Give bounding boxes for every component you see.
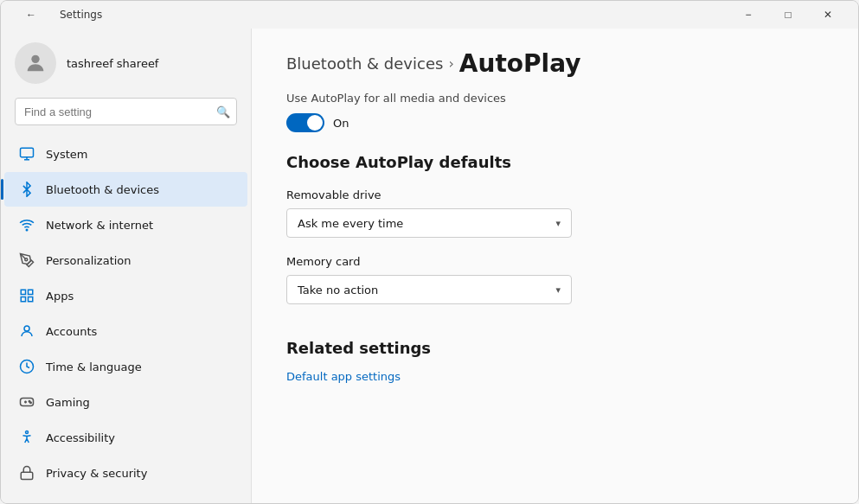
svg-rect-5 xyxy=(29,290,33,294)
privacy-icon xyxy=(18,464,35,482)
sidebar-item-time-label: Time & language xyxy=(46,360,142,373)
sidebar-item-personalization[interactable]: Personalization xyxy=(4,243,247,278)
user-section: tashreef shareef xyxy=(1,29,251,94)
sidebar-item-bluetooth-label: Bluetooth & devices xyxy=(46,183,159,196)
breadcrumb: Bluetooth & devices › AutoPlay xyxy=(286,49,824,78)
apps-icon xyxy=(18,287,35,304)
svg-rect-4 xyxy=(21,290,25,294)
clock-icon xyxy=(18,358,35,375)
sidebar-item-network-label: Network & internet xyxy=(46,219,153,232)
sidebar-nav: System Bluetooth & devices xyxy=(1,136,251,491)
breadcrumb-current: AutoPlay xyxy=(459,49,581,78)
accessibility-icon xyxy=(18,429,35,446)
sidebar-item-system-label: System xyxy=(46,148,87,161)
sidebar-item-accessibility-label: Accessibility xyxy=(46,431,115,444)
titlebar-title: Settings xyxy=(60,9,102,21)
sidebar-item-gaming-label: Gaming xyxy=(46,396,90,409)
monitor-icon xyxy=(18,145,35,163)
search-input[interactable] xyxy=(15,98,237,125)
sidebar-item-system[interactable]: System xyxy=(4,137,247,171)
sidebar-item-accessibility[interactable]: Accessibility xyxy=(4,420,247,455)
memory-card-group: Memory card Take no action ▾ xyxy=(286,255,824,304)
back-button[interactable]: ← xyxy=(11,1,51,29)
breadcrumb-parent[interactable]: Bluetooth & devices xyxy=(286,54,443,73)
sidebar-item-gaming[interactable]: Gaming xyxy=(4,385,247,419)
default-app-settings-link[interactable]: Default app settings xyxy=(286,370,401,383)
related-settings-heading: Related settings xyxy=(286,339,824,357)
close-button[interactable]: ✕ xyxy=(808,1,848,29)
memory-card-label: Memory card xyxy=(286,255,824,268)
maximize-button[interactable]: □ xyxy=(768,1,808,29)
main-content: Bluetooth & devices › AutoPlay Use AutoP… xyxy=(252,29,858,503)
svg-rect-14 xyxy=(21,472,33,479)
titlebar-left: ← Settings xyxy=(11,1,102,29)
breadcrumb-separator: › xyxy=(448,55,453,72)
removable-drive-dropdown[interactable]: Ask me every time ▾ xyxy=(286,208,572,238)
content-area: tashreef shareef 🔍 System xyxy=(1,29,858,503)
account-icon xyxy=(18,322,35,340)
sidebar-item-time[interactable]: Time & language xyxy=(4,349,247,384)
sidebar-item-privacy-label: Privacy & security xyxy=(46,467,147,480)
game-icon xyxy=(18,393,35,411)
sidebar-item-apps[interactable]: Apps xyxy=(4,278,247,313)
chevron-down-icon: ▾ xyxy=(555,218,561,229)
section-heading: Choose AutoPlay defaults xyxy=(286,153,824,171)
svg-rect-1 xyxy=(21,148,34,157)
related-settings-section: Related settings Default app settings xyxy=(286,339,824,384)
sidebar: tashreef shareef 🔍 System xyxy=(1,29,252,503)
minimize-button[interactable]: − xyxy=(728,1,768,29)
svg-point-3 xyxy=(25,258,28,261)
search-box: 🔍 xyxy=(15,98,237,125)
sidebar-item-bluetooth[interactable]: Bluetooth & devices xyxy=(4,172,247,207)
removable-drive-selected: Ask me every time xyxy=(298,217,403,230)
wifi-icon xyxy=(18,216,35,233)
svg-rect-6 xyxy=(21,297,25,302)
chevron-down-icon-2: ▾ xyxy=(555,284,561,296)
titlebar-controls: − □ ✕ xyxy=(728,1,848,29)
toggle-description: Use AutoPlay for all media and devices xyxy=(286,92,824,105)
toggle-label: On xyxy=(333,117,349,130)
settings-window: ← Settings − □ ✕ tashreef shareef xyxy=(0,0,859,504)
autoplay-toggle[interactable] xyxy=(286,113,324,132)
svg-point-13 xyxy=(26,431,29,434)
brush-icon xyxy=(18,252,35,269)
sidebar-item-personalization-label: Personalization xyxy=(46,254,131,267)
toggle-row: On xyxy=(286,113,824,132)
removable-drive-group: Removable drive Ask me every time ▾ xyxy=(286,188,824,238)
svg-point-0 xyxy=(31,55,39,63)
avatar xyxy=(15,42,56,84)
search-icon: 🔍 xyxy=(216,105,230,118)
bluetooth-icon xyxy=(18,181,35,198)
sidebar-item-network[interactable]: Network & internet xyxy=(4,207,247,242)
sidebar-item-accounts[interactable]: Accounts xyxy=(4,314,247,348)
sidebar-item-privacy[interactable]: Privacy & security xyxy=(4,456,247,490)
sidebar-item-apps-label: Apps xyxy=(46,290,74,303)
svg-rect-7 xyxy=(29,297,33,302)
memory-card-dropdown[interactable]: Take no action ▾ xyxy=(286,275,572,304)
svg-point-8 xyxy=(24,326,29,331)
sidebar-item-accounts-label: Accounts xyxy=(46,325,97,338)
svg-point-2 xyxy=(26,229,28,231)
username: tashreef shareef xyxy=(67,57,158,70)
removable-drive-label: Removable drive xyxy=(286,188,824,201)
svg-point-12 xyxy=(30,402,32,404)
memory-card-selected: Take no action xyxy=(298,284,378,297)
titlebar: ← Settings − □ ✕ xyxy=(1,1,858,29)
